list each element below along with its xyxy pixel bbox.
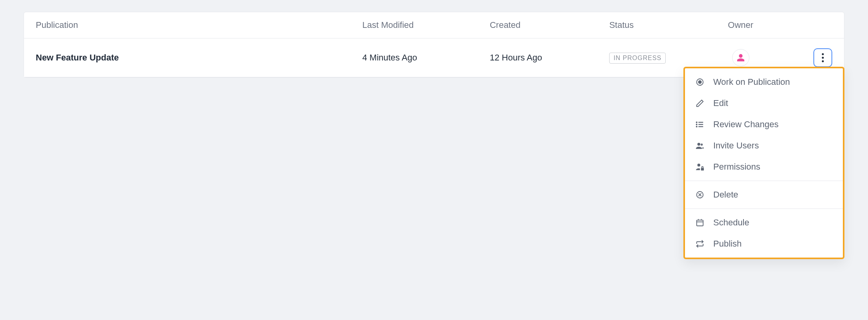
target-icon: [695, 77, 705, 87]
dropdown-section-3: Schedule Publish: [685, 208, 843, 258]
svg-point-11: [698, 143, 700, 146]
svg-point-0: [822, 53, 824, 55]
dropdown-section-1: Work on Publication Edit Review Chang: [685, 68, 843, 181]
publications-table-wrapper: Publication Last Modified Created Status…: [24, 12, 844, 78]
svg-point-4: [698, 80, 701, 83]
menu-label: Edit: [713, 98, 728, 108]
menu-label: Delete: [713, 190, 738, 200]
row-last-modified: 4 Minutes Ago: [362, 53, 489, 63]
row-owner-cell: [697, 49, 784, 66]
menu-work-on-publication[interactable]: Work on Publication: [685, 71, 843, 93]
svg-rect-14: [701, 168, 704, 170]
delete-icon: [695, 190, 705, 199]
svg-point-8: [696, 122, 697, 123]
header-owner: Owner: [697, 20, 784, 30]
svg-point-10: [696, 126, 697, 127]
header-last-modified: Last Modified: [362, 20, 489, 30]
menu-permissions[interactable]: Permissions: [685, 156, 843, 177]
calendar-icon: [695, 218, 705, 227]
repeat-icon: [695, 239, 705, 249]
header-publication: Publication: [36, 20, 362, 30]
svg-point-12: [701, 144, 703, 146]
menu-label: Review Changes: [713, 119, 778, 130]
users-icon: [695, 141, 705, 150]
svg-point-2: [822, 60, 824, 62]
user-lock-icon: [695, 162, 705, 172]
row-publication-title: New Feature Update: [36, 53, 362, 63]
menu-label: Work on Publication: [713, 77, 790, 87]
row-actions-dropdown: Work on Publication Edit Review Chang: [683, 67, 844, 259]
header-created: Created: [490, 20, 609, 30]
svg-point-9: [696, 124, 697, 125]
menu-label: Invite Users: [713, 141, 759, 151]
menu-publish[interactable]: Publish: [685, 233, 843, 254]
status-badge: IN PROGRESS: [609, 53, 666, 64]
menu-delete[interactable]: Delete: [685, 184, 843, 205]
menu-review-changes[interactable]: Review Changes: [685, 114, 843, 135]
dropdown-section-2: Delete: [685, 181, 843, 208]
svg-point-13: [698, 164, 700, 166]
svg-rect-18: [697, 220, 703, 226]
row-status-cell: IN PROGRESS: [609, 52, 697, 64]
menu-label: Permissions: [713, 162, 760, 172]
menu-invite-users[interactable]: Invite Users: [685, 135, 843, 156]
avatar[interactable]: [732, 49, 749, 66]
row-actions-button[interactable]: [813, 48, 832, 67]
header-status: Status: [609, 20, 697, 30]
kebab-menu-icon: [822, 53, 824, 62]
menu-edit[interactable]: Edit: [685, 93, 843, 114]
menu-schedule[interactable]: Schedule: [685, 212, 843, 233]
row-created: 12 Hours Ago: [490, 53, 609, 63]
list-icon: [695, 120, 705, 129]
menu-label: Schedule: [713, 218, 749, 228]
user-icon: [736, 53, 745, 62]
svg-point-1: [822, 57, 824, 59]
table-header-row: Publication Last Modified Created Status…: [24, 12, 844, 38]
pencil-icon: [695, 99, 705, 108]
menu-label: Publish: [713, 239, 742, 249]
